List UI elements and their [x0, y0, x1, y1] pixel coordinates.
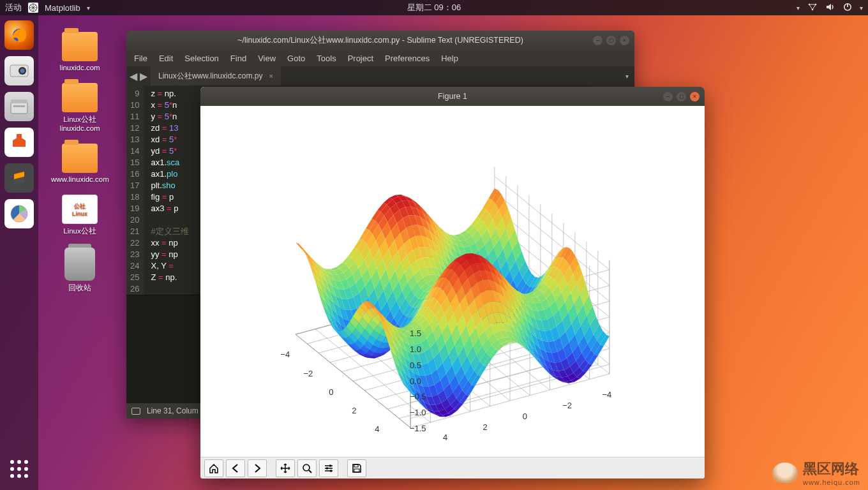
svg-text:2: 2: [352, 406, 356, 415]
svg-text:−0.5: −0.5: [410, 392, 426, 401]
svg-text:−2: −2: [303, 369, 313, 378]
menu-view[interactable]: View: [258, 54, 276, 63]
svg-text:4: 4: [375, 424, 379, 434]
desktop-icon-label: www.linuxidc.com: [51, 175, 108, 183]
tab-label: Linux公社www.linuxidc.com.py: [158, 71, 262, 82]
svg-rect-12: [13, 105, 25, 107]
network-icon[interactable]: [807, 3, 818, 13]
desktop-folder[interactable]: linuxidc.com: [51, 32, 108, 71]
forward-button[interactable]: [248, 459, 267, 477]
close-button[interactable]: ×: [620, 36, 629, 45]
svg-text:1.5: 1.5: [410, 329, 421, 338]
power-icon[interactable]: [843, 3, 852, 13]
menu-edit[interactable]: Edit: [159, 54, 173, 63]
menu-goto[interactable]: Goto: [287, 54, 305, 63]
maximize-button[interactable]: ◻: [677, 92, 686, 101]
svg-point-1249: [303, 464, 310, 471]
show-apps-button[interactable]: [4, 454, 34, 484]
sublime-launcher[interactable]: [4, 163, 34, 193]
svg-point-9: [20, 69, 25, 73]
desktop-trash[interactable]: 回收站: [51, 248, 108, 293]
tab-overflow-icon[interactable]: ▾: [619, 66, 634, 85]
svg-text:−1.0: −1.0: [410, 408, 426, 417]
svg-rect-1256: [330, 470, 332, 471]
mushroom-icon: [772, 463, 798, 483]
sublime-tabrow: ◀ ▶ Linux公社www.linuxidc.com.py × ▾: [126, 66, 634, 85]
minimize-button[interactable]: –: [593, 36, 602, 45]
figure-titlebar[interactable]: Figure 1 – ◻ ×: [200, 87, 705, 106]
save-button[interactable]: [347, 459, 366, 477]
svg-text:−2: −2: [562, 401, 572, 410]
input-source-indicator[interactable]: ▾: [797, 4, 800, 11]
desktop-folder[interactable]: Linux公社linuxidc.com: [51, 83, 108, 132]
status-line-col: Line 31, Colum: [147, 406, 198, 415]
svg-rect-13: [17, 134, 22, 139]
launcher-dock: [0, 15, 38, 490]
svg-text:−4: −4: [602, 390, 612, 399]
svg-text:0.0: 0.0: [410, 376, 421, 386]
app-menu-name[interactable]: Matplotlib: [45, 3, 80, 13]
chevron-down-icon: ▾: [87, 4, 90, 11]
close-button[interactable]: ×: [690, 92, 700, 101]
svg-rect-11: [11, 100, 27, 103]
page-watermark: 黑区网络 www.heiqu.com: [772, 459, 860, 486]
desktop-icon-label: Linux公社: [51, 226, 108, 236]
sublime-menubar: File Edit Selection Find View Goto Tools…: [126, 50, 634, 66]
pan-button[interactable]: [276, 459, 295, 477]
menu-selection[interactable]: Selection: [184, 54, 218, 63]
menu-preferences[interactable]: Preferences: [385, 54, 430, 63]
menu-help[interactable]: Help: [441, 54, 458, 63]
firefox-launcher[interactable]: [4, 20, 34, 50]
panel-switcher-icon[interactable]: [131, 408, 140, 415]
system-menu-chevron[interactable]: ▾: [860, 4, 863, 11]
tab-close-icon[interactable]: ×: [269, 72, 273, 80]
watermark-main: 黑区网络: [803, 461, 859, 477]
axes3d: −4−2024−4−2024−1.5−1.0−0.50.00.51.01.5: [258, 131, 647, 444]
home-button[interactable]: [204, 459, 223, 477]
desktop-icons: linuxidc.com Linux公社linuxidc.com www.lin…: [51, 32, 121, 304]
menu-find[interactable]: Find: [230, 54, 246, 63]
svg-text:−1.5: −1.5: [410, 424, 426, 433]
minimize-button[interactable]: –: [663, 92, 673, 101]
svg-rect-1255: [326, 467, 328, 469]
maximize-button[interactable]: ◻: [606, 36, 616, 45]
menu-tools[interactable]: Tools: [317, 54, 336, 63]
menu-file[interactable]: File: [134, 54, 147, 63]
top-panel: 活动 Matplotlib ▾ 星期二 09：06 ▾ ▾: [0, 0, 868, 15]
clock[interactable]: 星期二 09：06: [407, 2, 461, 13]
shotwell-launcher[interactable]: [4, 56, 34, 85]
editor-tab[interactable]: Linux公社www.linuxidc.com.py ×: [151, 66, 281, 85]
configure-button[interactable]: [319, 459, 338, 477]
matplotlib-launcher[interactable]: [4, 199, 34, 228]
svg-rect-1254: [329, 464, 331, 466]
svg-text:0: 0: [523, 412, 527, 421]
mpl-toolbar: [200, 457, 705, 479]
software-launcher[interactable]: [4, 128, 34, 157]
tab-history-arrows[interactable]: ◀ ▶: [126, 66, 151, 85]
svg-text:1.0: 1.0: [410, 345, 421, 354]
zoom-button[interactable]: [297, 459, 317, 477]
desktop-folder[interactable]: www.linuxidc.com: [51, 144, 108, 183]
desktop-icon-label: 回收站: [51, 283, 108, 293]
sublime-titlebar[interactable]: ~/linuxidc.com/Linux公社www.linuxidc.com.p…: [126, 31, 634, 50]
figure-title: Figure 1: [438, 92, 467, 101]
activities-button[interactable]: 活动: [5, 2, 22, 13]
svg-text:4: 4: [443, 433, 447, 442]
svg-text:0: 0: [329, 387, 333, 397]
desktop-icon-label: Linux公社linuxidc.com: [51, 115, 108, 132]
line-gutter: 910111213141516171819202122232425262728: [126, 85, 144, 295]
sublime-title: ~/linuxidc.com/Linux公社www.linuxidc.com.p…: [237, 35, 523, 46]
svg-marker-485: [303, 248, 311, 261]
matplotlib-icon: [28, 3, 38, 13]
volume-icon[interactable]: [825, 3, 835, 13]
figure-canvas[interactable]: −4−2024−4−2024−1.5−1.0−0.50.00.51.01.5: [200, 106, 705, 457]
files-launcher[interactable]: [4, 92, 34, 121]
svg-text:0.5: 0.5: [410, 360, 421, 370]
desktop-icon-label: linuxidc.com: [51, 64, 108, 71]
watermark-sub: www.heiqu.com: [803, 479, 860, 486]
desktop-link[interactable]: 公社LinuxLinux公社: [51, 195, 108, 236]
code-content[interactable]: z = np.x = 5*ny = 5*nzd = 13xd = 5*yd = …: [144, 85, 188, 295]
menu-project[interactable]: Project: [348, 54, 373, 63]
svg-text:2: 2: [483, 422, 487, 432]
back-button[interactable]: [226, 459, 245, 477]
